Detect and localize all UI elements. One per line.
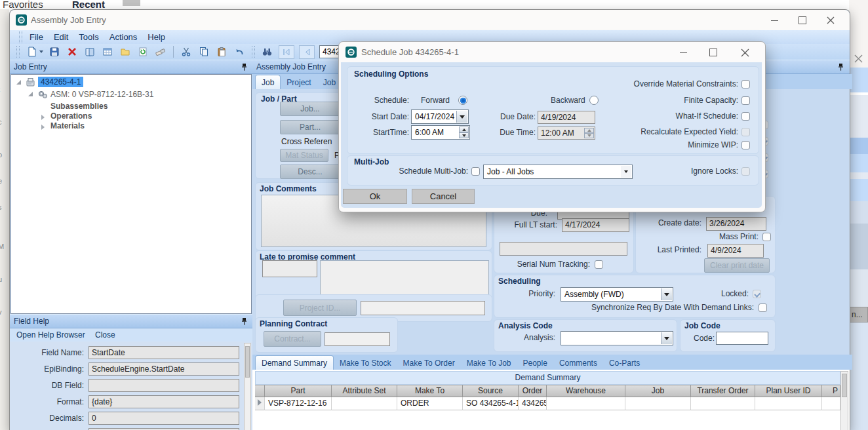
expander-closed-icon[interactable] (41, 125, 45, 130)
pin-icon[interactable] (241, 63, 248, 72)
undo-icon[interactable] (233, 46, 246, 58)
dialog-minimize-button[interactable] (672, 45, 694, 60)
selected-job-node[interactable]: 434265-4-1 (38, 77, 83, 87)
new-icon[interactable] (26, 46, 39, 58)
part-button[interactable]: Part... (280, 120, 340, 134)
menu-tools[interactable]: Tools (74, 31, 103, 43)
grid-data-row[interactable]: VSP-8712-12-16 ORDER SO 434265-4-1 43426… (255, 397, 840, 410)
col-attribute-set[interactable]: Attribute Set (332, 385, 397, 397)
tab-people[interactable]: People (517, 356, 553, 370)
toolbar-grip2[interactable] (252, 46, 255, 58)
col-plan-user-id[interactable]: Plan User ID (755, 385, 822, 397)
priority-combo[interactable]: Assembly (FWD) (561, 287, 673, 302)
cut-icon[interactable] (180, 46, 193, 58)
col-job[interactable]: Job (625, 385, 691, 397)
menubar-grip[interactable] (19, 31, 22, 43)
cell-attribute-set[interactable] (332, 397, 397, 410)
col-transfer-order[interactable]: Transfer Order (691, 385, 755, 397)
tab-project[interactable]: Project (281, 75, 317, 89)
grid-view-icon[interactable] (101, 46, 114, 58)
start-date-dropdown-icon[interactable] (456, 111, 467, 123)
dialog-close-button[interactable] (734, 45, 756, 60)
delete-icon[interactable] (66, 46, 79, 58)
ok-button[interactable]: Ok (343, 189, 407, 204)
tree-node-operations[interactable]: Operations (50, 111, 92, 121)
cancel-button[interactable]: Cancel (412, 189, 475, 204)
window-titlebar[interactable]: Assembly Job Entry (10, 10, 850, 31)
cell-make-to[interactable]: ORDER (397, 397, 463, 410)
cell-warehouse[interactable] (547, 397, 625, 410)
first-record-button[interactable] (279, 45, 294, 59)
col-warehouse[interactable]: Warehouse (547, 385, 625, 397)
cell-job[interactable] (625, 397, 691, 410)
open-help-browser-button[interactable]: Open Help Browser (16, 330, 85, 340)
override-material-constraints-checkbox[interactable] (741, 80, 750, 88)
schedule-multi-job-checkbox[interactable] (471, 167, 480, 176)
field-help-close-button[interactable]: Close (95, 330, 115, 340)
priority-dropdown-icon[interactable] (661, 288, 672, 300)
start-time-spinner[interactable]: 6:00 AM (411, 125, 470, 140)
minimize-wip-checkbox[interactable] (741, 141, 750, 149)
scrollbar-thumb[interactable] (245, 346, 250, 378)
job-button[interactable]: Job... (280, 102, 340, 116)
background-edge-button[interactable]: n... (849, 307, 868, 322)
tab-make-to-stock[interactable]: Make To Stock (334, 356, 397, 370)
expander-open-icon[interactable] (28, 92, 33, 96)
save-icon[interactable] (48, 46, 61, 58)
tab-co-parts[interactable]: Co-Parts (603, 356, 646, 370)
cell-order[interactable]: 434265 (519, 397, 547, 410)
tree-node-materials[interactable]: Materials (50, 121, 85, 130)
copy-icon[interactable] (197, 46, 210, 58)
col-partial[interactable]: P (822, 385, 840, 397)
what-if-schedule-checkbox[interactable] (741, 112, 750, 121)
serial-num-tracking-checkbox[interactable] (595, 260, 603, 269)
forward-radio[interactable] (458, 96, 467, 105)
expander-open-icon[interactable] (16, 80, 21, 85)
minimize-button[interactable] (763, 13, 785, 28)
recent-tab[interactable]: Recent (72, 0, 105, 10)
sync-checkbox[interactable] (759, 303, 767, 312)
start-time-down-icon[interactable] (459, 132, 469, 138)
expander-closed-icon[interactable] (41, 115, 45, 120)
menu-edit[interactable]: Edit (49, 31, 73, 43)
toolbar-grip[interactable] (16, 46, 20, 58)
cell-transfer-order[interactable] (691, 397, 755, 410)
start-date-combo[interactable]: 04/17/2024 (411, 109, 469, 124)
tree-node-subassemblies[interactable]: Subassemblies (50, 102, 108, 111)
close-button[interactable] (819, 13, 842, 28)
code-field[interactable] (716, 332, 768, 345)
previous-record-button[interactable] (299, 45, 315, 59)
cell-source[interactable]: SO 434265-4-1 (463, 397, 519, 410)
book-icon[interactable] (83, 46, 96, 58)
col-order[interactable]: Order (519, 385, 547, 397)
menu-file[interactable]: File (25, 31, 48, 43)
search-icon[interactable] (261, 46, 274, 58)
grid-scrollbar[interactable] (840, 371, 848, 430)
refresh-icon[interactable] (136, 46, 149, 58)
tree-node-asm[interactable]: ASM: 0 VSP-8712-12-16B-31 (50, 90, 153, 99)
background-close-icon[interactable] (854, 54, 863, 64)
analysis-dropdown-icon[interactable] (661, 332, 672, 344)
grid-scrollbar-thumb[interactable] (842, 374, 847, 397)
cell-plan-user-id[interactable] (755, 397, 822, 410)
tab-demand-summary[interactable]: Demand Summary (255, 355, 334, 370)
tree-node-job[interactable]: 434265-4-1 (38, 77, 83, 87)
col-make-to[interactable]: Make To (397, 385, 463, 397)
maximize-button[interactable] (791, 13, 814, 28)
tab-comments[interactable]: Comments (553, 356, 603, 370)
col-part[interactable]: Part (265, 385, 332, 397)
folder-icon[interactable] (119, 46, 132, 58)
tab-make-to-order[interactable]: Make To Order (397, 356, 461, 370)
favorites-tab[interactable]: Favorites (3, 0, 43, 10)
cell-partial[interactable] (822, 397, 840, 410)
new-dropdown-icon[interactable] (39, 50, 43, 53)
finite-capacity-checkbox[interactable] (741, 96, 750, 105)
menu-actions[interactable]: Actions (105, 31, 142, 43)
clear-icon[interactable] (154, 46, 167, 58)
desc-button[interactable]: Desc... (280, 165, 340, 179)
analysis-combo[interactable] (561, 331, 673, 345)
pin-icon[interactable] (837, 63, 845, 72)
pin-icon[interactable] (241, 317, 248, 326)
tab-make-to-job[interactable]: Make To Job (461, 356, 517, 370)
start-time-up-icon[interactable] (459, 127, 469, 132)
